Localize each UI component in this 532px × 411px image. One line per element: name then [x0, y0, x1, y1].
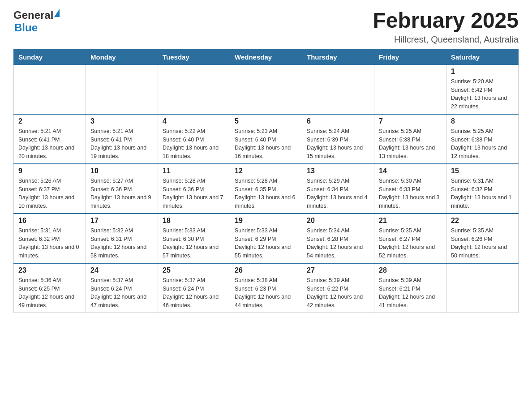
calendar-cell: 1Sunrise: 5:20 AM Sunset: 6:42 PM Daylig…	[446, 64, 519, 114]
day-number: 26	[235, 266, 297, 274]
day-number: 4	[163, 117, 225, 125]
calendar-week-row: 9Sunrise: 5:26 AM Sunset: 6:37 PM Daylig…	[14, 164, 519, 214]
day-info: Sunrise: 5:37 AM Sunset: 6:24 PM Dayligh…	[163, 276, 225, 310]
day-number: 24	[90, 266, 153, 274]
day-number: 22	[451, 217, 514, 225]
day-number: 10	[90, 167, 153, 175]
day-info: Sunrise: 5:25 AM Sunset: 6:38 PM Dayligh…	[379, 127, 442, 161]
calendar-week-row: 16Sunrise: 5:31 AM Sunset: 6:32 PM Dayli…	[14, 214, 519, 263]
day-info: Sunrise: 5:38 AM Sunset: 6:23 PM Dayligh…	[235, 276, 297, 310]
day-number: 19	[235, 217, 297, 225]
day-number: 9	[18, 167, 81, 175]
day-number: 16	[18, 217, 81, 225]
weekday-header-thursday: Thursday	[302, 49, 374, 64]
day-info: Sunrise: 5:35 AM Sunset: 6:27 PM Dayligh…	[379, 227, 442, 260]
calendar-cell: 18Sunrise: 5:33 AM Sunset: 6:30 PM Dayli…	[158, 214, 230, 263]
calendar-cell: 11Sunrise: 5:28 AM Sunset: 6:36 PM Dayli…	[158, 164, 230, 214]
calendar-cell: 25Sunrise: 5:37 AM Sunset: 6:24 PM Dayli…	[158, 263, 230, 313]
calendar-cell	[302, 64, 374, 114]
day-info: Sunrise: 5:22 AM Sunset: 6:40 PM Dayligh…	[163, 127, 225, 161]
day-info: Sunrise: 5:39 AM Sunset: 6:21 PM Dayligh…	[379, 276, 442, 310]
title-section: February 2025 Hillcrest, Queensland, Aus…	[373, 9, 519, 45]
calendar-cell	[230, 64, 302, 114]
day-number: 17	[90, 217, 153, 225]
day-number: 27	[307, 266, 369, 274]
day-info: Sunrise: 5:24 AM Sunset: 6:39 PM Dayligh…	[307, 127, 369, 161]
calendar-header-row: SundayMondayTuesdayWednesdayThursdayFrid…	[14, 49, 519, 64]
day-info: Sunrise: 5:31 AM Sunset: 6:32 PM Dayligh…	[18, 227, 81, 260]
calendar-cell	[86, 64, 158, 114]
weekday-header-wednesday: Wednesday	[230, 49, 302, 64]
day-info: Sunrise: 5:28 AM Sunset: 6:35 PM Dayligh…	[235, 177, 297, 210]
calendar-table: SundayMondayTuesdayWednesdayThursdayFrid…	[13, 49, 519, 313]
calendar-week-row: 23Sunrise: 5:36 AM Sunset: 6:25 PM Dayli…	[14, 263, 519, 313]
day-number: 28	[379, 266, 442, 274]
calendar-week-row: 2Sunrise: 5:21 AM Sunset: 6:41 PM Daylig…	[14, 114, 519, 164]
calendar-cell: 3Sunrise: 5:21 AM Sunset: 6:41 PM Daylig…	[86, 114, 158, 164]
day-info: Sunrise: 5:20 AM Sunset: 6:42 PM Dayligh…	[451, 77, 514, 111]
day-number: 18	[163, 217, 225, 225]
calendar-cell: 17Sunrise: 5:32 AM Sunset: 6:31 PM Dayli…	[86, 214, 158, 263]
logo-blue-text: Blue	[14, 21, 38, 34]
calendar-cell	[14, 64, 86, 114]
day-info: Sunrise: 5:27 AM Sunset: 6:36 PM Dayligh…	[90, 177, 153, 210]
calendar-cell: 16Sunrise: 5:31 AM Sunset: 6:32 PM Dayli…	[14, 214, 86, 263]
day-info: Sunrise: 5:39 AM Sunset: 6:22 PM Dayligh…	[307, 276, 369, 310]
calendar-cell	[374, 64, 446, 114]
day-number: 15	[451, 167, 514, 175]
day-number: 25	[163, 266, 225, 274]
logo: General Blue	[13, 9, 60, 34]
weekday-header-sunday: Sunday	[14, 49, 86, 64]
day-info: Sunrise: 5:35 AM Sunset: 6:26 PM Dayligh…	[451, 227, 514, 260]
calendar-cell	[158, 64, 230, 114]
calendar-cell: 8Sunrise: 5:25 AM Sunset: 6:38 PM Daylig…	[446, 114, 519, 164]
day-number: 5	[235, 117, 297, 125]
calendar-cell: 12Sunrise: 5:28 AM Sunset: 6:35 PM Dayli…	[230, 164, 302, 214]
day-info: Sunrise: 5:29 AM Sunset: 6:34 PM Dayligh…	[307, 177, 369, 210]
page-header: General Blue February 2025 Hillcrest, Qu…	[13, 9, 519, 45]
calendar-cell: 21Sunrise: 5:35 AM Sunset: 6:27 PM Dayli…	[374, 214, 446, 263]
calendar-subtitle: Hillcrest, Queensland, Australia	[373, 34, 519, 45]
logo-general-text: General	[13, 9, 53, 21]
calendar-cell: 24Sunrise: 5:37 AM Sunset: 6:24 PM Dayli…	[86, 263, 158, 313]
day-info: Sunrise: 5:34 AM Sunset: 6:28 PM Dayligh…	[307, 227, 369, 260]
calendar-cell: 20Sunrise: 5:34 AM Sunset: 6:28 PM Dayli…	[302, 214, 374, 263]
calendar-week-row: 1Sunrise: 5:20 AM Sunset: 6:42 PM Daylig…	[14, 64, 519, 114]
calendar-cell: 9Sunrise: 5:26 AM Sunset: 6:37 PM Daylig…	[14, 164, 86, 214]
calendar-cell: 4Sunrise: 5:22 AM Sunset: 6:40 PM Daylig…	[158, 114, 230, 164]
day-number: 6	[307, 117, 369, 125]
day-number: 2	[18, 117, 81, 125]
day-number: 12	[235, 167, 297, 175]
weekday-header-tuesday: Tuesday	[158, 49, 230, 64]
day-number: 3	[90, 117, 153, 125]
day-number: 14	[379, 167, 442, 175]
calendar-cell	[446, 263, 519, 313]
day-number: 8	[451, 117, 514, 125]
day-number: 7	[379, 117, 442, 125]
calendar-cell: 22Sunrise: 5:35 AM Sunset: 6:26 PM Dayli…	[446, 214, 519, 263]
calendar-cell: 2Sunrise: 5:21 AM Sunset: 6:41 PM Daylig…	[14, 114, 86, 164]
day-info: Sunrise: 5:26 AM Sunset: 6:37 PM Dayligh…	[18, 177, 81, 210]
day-number: 11	[163, 167, 225, 175]
day-info: Sunrise: 5:36 AM Sunset: 6:25 PM Dayligh…	[18, 276, 81, 310]
day-number: 21	[379, 217, 442, 225]
weekday-header-saturday: Saturday	[446, 49, 519, 64]
calendar-cell: 10Sunrise: 5:27 AM Sunset: 6:36 PM Dayli…	[86, 164, 158, 214]
calendar-cell: 7Sunrise: 5:25 AM Sunset: 6:38 PM Daylig…	[374, 114, 446, 164]
calendar-cell: 13Sunrise: 5:29 AM Sunset: 6:34 PM Dayli…	[302, 164, 374, 214]
day-info: Sunrise: 5:28 AM Sunset: 6:36 PM Dayligh…	[163, 177, 225, 210]
day-info: Sunrise: 5:25 AM Sunset: 6:38 PM Dayligh…	[451, 127, 514, 161]
day-info: Sunrise: 5:32 AM Sunset: 6:31 PM Dayligh…	[90, 227, 153, 260]
day-number: 1	[451, 68, 514, 76]
calendar-cell: 5Sunrise: 5:23 AM Sunset: 6:40 PM Daylig…	[230, 114, 302, 164]
calendar-cell: 19Sunrise: 5:33 AM Sunset: 6:29 PM Dayli…	[230, 214, 302, 263]
day-info: Sunrise: 5:37 AM Sunset: 6:24 PM Dayligh…	[90, 276, 153, 310]
calendar-cell: 14Sunrise: 5:30 AM Sunset: 6:33 PM Dayli…	[374, 164, 446, 214]
day-info: Sunrise: 5:21 AM Sunset: 6:41 PM Dayligh…	[90, 127, 153, 161]
day-number: 20	[307, 217, 369, 225]
calendar-cell: 27Sunrise: 5:39 AM Sunset: 6:22 PM Dayli…	[302, 263, 374, 313]
day-info: Sunrise: 5:33 AM Sunset: 6:29 PM Dayligh…	[235, 227, 297, 260]
day-info: Sunrise: 5:33 AM Sunset: 6:30 PM Dayligh…	[163, 227, 225, 260]
day-info: Sunrise: 5:30 AM Sunset: 6:33 PM Dayligh…	[379, 177, 442, 210]
logo-triangle-icon	[54, 9, 60, 17]
